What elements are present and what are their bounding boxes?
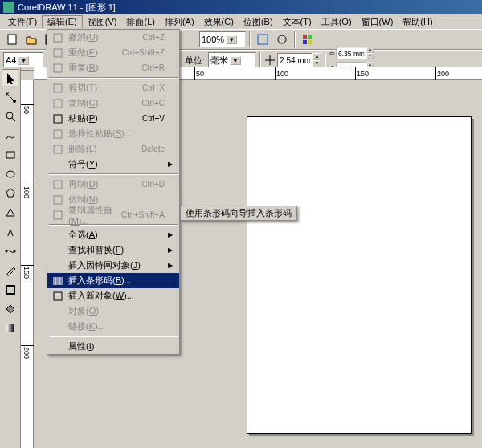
- menu-item-label: 删除(L): [65, 143, 141, 155]
- ieffect-tool[interactable]: [2, 242, 19, 260]
- ellipse-tool[interactable]: [2, 165, 19, 183]
- paste-icon: [51, 113, 65, 124]
- menu-divider: [49, 336, 178, 337]
- menu-item: 撤消(U)Ctrl+Z: [47, 30, 179, 45]
- zoom-combo[interactable]: 100% ▼: [199, 31, 246, 47]
- nudge-spinner[interactable]: ▲▼: [277, 53, 321, 67]
- spin-down[interactable]: ▼: [312, 60, 321, 67]
- menu-bitmaps[interactable]: 位图(B): [239, 16, 278, 28]
- menu-window[interactable]: 窗口(W): [357, 16, 398, 28]
- menu-item: 重做(E)Ctrl+Shift+Z: [47, 45, 179, 60]
- polygon-tool[interactable]: [2, 185, 19, 202]
- submenu-arrow-icon: ▶: [168, 262, 176, 269]
- paper-size-combo[interactable]: A4 ▼: [3, 52, 43, 68]
- spin-down[interactable]: ▼: [366, 53, 374, 59]
- spin-up[interactable]: ▲: [366, 47, 374, 53]
- separator: [249, 31, 251, 47]
- menu-divider: [49, 173, 178, 175]
- ruler-tick-label: 100: [276, 70, 288, 78]
- text-tool[interactable]: A: [2, 223, 19, 241]
- svg-rect-18: [54, 34, 62, 42]
- shape-tool[interactable]: [2, 88, 19, 106]
- ifill-tool[interactable]: [2, 320, 19, 337]
- menu-item-label: 粘贴(P): [65, 112, 142, 124]
- toolbox: A: [0, 67, 21, 448]
- menu-item[interactable]: 符号(Y)▶: [47, 157, 179, 172]
- menu-item-label: 重做(E): [65, 47, 122, 59]
- ruler-tick-label: 200: [437, 70, 449, 78]
- menu-item: 对象(O): [47, 303, 179, 319]
- freehand-tool[interactable]: [2, 127, 19, 145]
- snap-button[interactable]: [254, 31, 272, 48]
- outline-tool[interactable]: [2, 281, 19, 299]
- app-launcher-button[interactable]: [299, 31, 317, 48]
- svg-rect-3: [258, 35, 268, 44]
- separator: [325, 52, 326, 68]
- fill-tool[interactable]: [2, 300, 19, 318]
- ruler-tick-label: 150: [357, 70, 369, 78]
- rect-tool[interactable]: [2, 146, 19, 164]
- document-page[interactable]: [247, 116, 472, 434]
- svg-point-14: [5, 250, 7, 253]
- svg-rect-7: [303, 40, 307, 44]
- options-button[interactable]: [273, 31, 291, 48]
- menu-item: 再制(D)Ctrl+D: [47, 177, 179, 192]
- menu-item[interactable]: 插入新对象(W)...: [47, 288, 179, 303]
- menu-item-label: 撤消(U): [65, 31, 143, 43]
- submenu-arrow-icon: ▶: [168, 246, 176, 254]
- dup-x-input[interactable]: [337, 47, 366, 59]
- svg-rect-26: [54, 181, 62, 189]
- svg-point-4: [278, 35, 286, 43]
- menu-item: 选择性粘贴(S)...: [47, 126, 179, 141]
- nudge-icon: [264, 55, 276, 66]
- menu-item[interactable]: 粘贴(P)Ctrl+V: [47, 111, 179, 126]
- nudge-input[interactable]: [277, 53, 312, 67]
- svg-rect-27: [54, 196, 62, 204]
- menu-item[interactable]: 属性(I): [47, 339, 179, 354]
- dropdown-arrow-icon[interactable]: ▼: [230, 56, 241, 65]
- menu-label: 排列(A): [165, 17, 194, 26]
- shapes-tool[interactable]: [2, 204, 19, 222]
- ruler-tick-label: 50: [196, 70, 204, 78]
- menu-label: 排面(L): [126, 17, 154, 26]
- menu-layout[interactable]: 排面(L): [121, 16, 159, 28]
- dropdown-arrow-icon[interactable]: ▼: [18, 56, 29, 65]
- menu-item[interactable]: 插入条形码(B)...: [47, 273, 179, 288]
- unit-value: 毫米: [210, 55, 228, 67]
- menu-item-label: 插入因特网对象(J): [65, 259, 168, 271]
- svg-rect-11: [6, 152, 14, 158]
- menu-edit[interactable]: 编辑(E): [42, 15, 83, 28]
- menu-label: 窗口(W): [362, 17, 394, 26]
- pick-tool[interactable]: [2, 69, 19, 87]
- menu-item-label: 插入新对象(W)...: [65, 290, 168, 302]
- menu-arrange[interactable]: 排列(A): [160, 16, 199, 28]
- menu-item: 删除(L)Delete: [47, 141, 179, 157]
- menu-view[interactable]: 视图(V): [83, 16, 122, 28]
- unit-label: 单位:: [183, 55, 206, 67]
- spin-up[interactable]: ▲: [312, 53, 321, 60]
- menu-item[interactable]: 查找和替换(F)▶: [47, 242, 179, 258]
- menu-tools[interactable]: 工具(O): [317, 16, 357, 28]
- svg-rect-17: [6, 324, 14, 332]
- menu-label: 效果(C): [204, 17, 234, 26]
- open-button[interactable]: [22, 31, 40, 48]
- dup-x-spinner[interactable]: ⬄ ▲▼: [329, 47, 374, 59]
- menu-item-label: 属性(I): [65, 340, 168, 352]
- menu-item-label: 重复(R): [65, 62, 141, 74]
- svg-rect-23: [54, 115, 62, 123]
- menu-effects[interactable]: 效果(C): [199, 16, 239, 28]
- eyedrop-tool[interactable]: [2, 262, 19, 279]
- menu-item[interactable]: 全选(A)▶: [47, 227, 179, 242]
- barcode-icon: [51, 275, 65, 287]
- menu-file[interactable]: 文件(F): [3, 16, 42, 28]
- svg-rect-8: [308, 40, 312, 44]
- menu-shortcut: Ctrl+Shift+Z: [122, 48, 168, 57]
- menu-help[interactable]: 帮助(H): [398, 16, 437, 28]
- svg-rect-28: [54, 211, 62, 219]
- zoom-tool[interactable]: [2, 108, 19, 125]
- menu-text[interactable]: 文本(T): [278, 16, 317, 28]
- dropdown-arrow-icon[interactable]: ▼: [226, 35, 237, 44]
- new-button[interactable]: [3, 31, 21, 48]
- menu-item[interactable]: 插入因特网对象(J)▶: [47, 258, 179, 273]
- unit-combo[interactable]: 毫米 ▼: [208, 52, 256, 68]
